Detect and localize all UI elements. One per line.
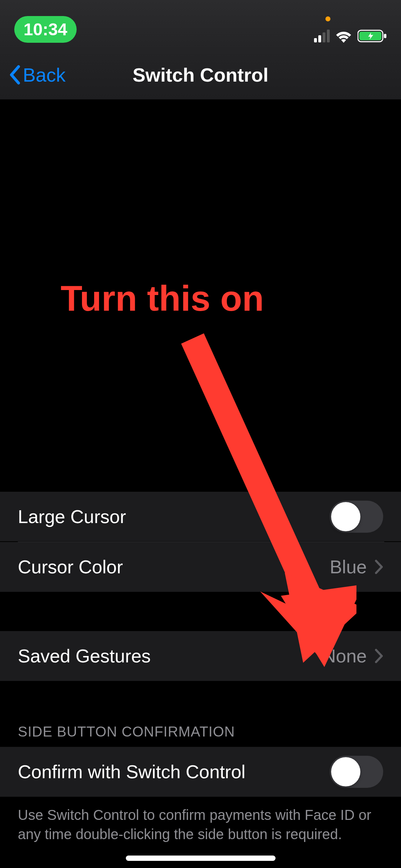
- cursor-color-value: Blue: [330, 556, 367, 578]
- confirm-switch-control-toggle[interactable]: [330, 756, 383, 788]
- saved-gestures-label: Saved Gestures: [18, 645, 151, 667]
- microphone-indicator-dot: [325, 16, 330, 21]
- cellular-signal-icon: [314, 30, 330, 42]
- large-cursor-toggle[interactable]: [330, 501, 383, 533]
- side-button-confirmation-header: SIDE BUTTON CONFIRMATION: [0, 702, 401, 747]
- toggle-knob: [331, 502, 360, 531]
- saved-gestures-value: None: [323, 645, 367, 667]
- side-button-confirmation-group: Confirm with Switch Control: [0, 747, 401, 797]
- status-time: 10:34: [14, 16, 77, 43]
- status-bar: 10:34: [0, 0, 401, 50]
- back-label: Back: [23, 64, 66, 86]
- navigation-bar: Back Switch Control: [0, 50, 401, 100]
- chevron-right-icon: [375, 649, 383, 663]
- cursor-color-label: Cursor Color: [18, 556, 123, 578]
- confirm-switch-control-footer: Use Switch Control to confirm payments w…: [0, 797, 401, 858]
- large-cursor-label: Large Cursor: [18, 506, 126, 527]
- saved-gestures-group: Saved Gestures None: [0, 631, 401, 681]
- confirm-switch-control-row[interactable]: Confirm with Switch Control: [0, 747, 401, 797]
- page-title: Switch Control: [11, 64, 390, 86]
- annotation-text: Turn this on: [61, 278, 264, 319]
- svg-rect-2: [384, 34, 386, 38]
- battery-charging-icon: [358, 29, 387, 43]
- confirm-switch-control-label: Confirm with Switch Control: [18, 761, 246, 782]
- chevron-left-icon: [9, 64, 21, 85]
- cursor-appearance-group: Large Cursor Cursor Color Blue: [0, 492, 401, 592]
- back-button[interactable]: Back: [9, 64, 66, 86]
- cursor-color-row[interactable]: Cursor Color Blue: [0, 542, 401, 592]
- toggle-knob: [331, 757, 360, 786]
- saved-gestures-row[interactable]: Saved Gestures None: [0, 631, 401, 681]
- large-cursor-row[interactable]: Large Cursor: [0, 492, 401, 542]
- chevron-right-icon: [375, 559, 383, 574]
- home-indicator[interactable]: [126, 856, 276, 861]
- wifi-icon: [335, 29, 353, 43]
